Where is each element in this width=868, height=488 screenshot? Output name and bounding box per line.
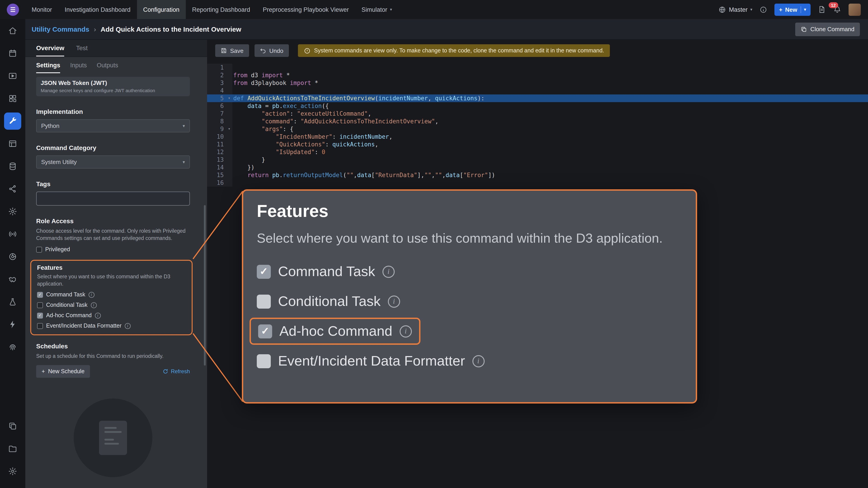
refresh-link[interactable]: Refresh xyxy=(162,368,190,375)
info-icon[interactable]: i xyxy=(472,355,485,367)
info-icon[interactable]: i xyxy=(125,323,131,329)
feature-option-command-task[interactable]: ✓Command Taski xyxy=(257,257,682,287)
checkbox[interactable] xyxy=(37,323,43,329)
popup-description: Select where you want to use this comman… xyxy=(257,230,682,247)
code-line[interactable]: 15 return pb.returnOutputModel("",data["… xyxy=(207,171,868,179)
checkbox[interactable]: ✓ xyxy=(257,265,271,279)
triggers-bolt-icon[interactable] xyxy=(4,316,21,333)
code-lines[interactable]: 12from d3 import *3from d3playbook impor… xyxy=(207,61,868,187)
checkbox[interactable] xyxy=(257,354,271,368)
code-line[interactable]: 11 "QuickActions": quickActions, xyxy=(207,140,868,148)
automation-gear-icon[interactable] xyxy=(4,203,21,220)
breadcrumb-parent-link[interactable]: Utility Commands xyxy=(32,25,89,33)
checkbox[interactable]: ✓ xyxy=(258,324,272,338)
code-line[interactable]: 6 data = pb.exec_action({ xyxy=(207,102,868,110)
signal-icon[interactable] xyxy=(4,225,21,242)
code-line[interactable]: 10 "IncidentNumber": incidentNumber, xyxy=(207,133,868,140)
integrations-icon[interactable] xyxy=(4,90,21,107)
d3-logo-icon[interactable]: ☰ xyxy=(7,3,19,15)
line-number: 5 xyxy=(207,94,226,102)
feature-option-event-incident-data-formatter[interactable]: Event/Incident Data Formatteri xyxy=(257,346,682,376)
calendar-icon[interactable] xyxy=(4,45,21,62)
feature-option-event-incident-data-formatter[interactable]: Event/Incident Data Formatteri xyxy=(37,323,186,329)
feature-option-conditional-task[interactable]: Conditional Taski xyxy=(37,302,186,308)
code-line[interactable]: 2from d3 import * xyxy=(207,71,868,79)
command-category-select[interactable]: System Utility ▾ xyxy=(36,156,190,168)
fold-arrow-icon[interactable]: ▾ xyxy=(226,125,232,133)
new-schedule-button[interactable]: + New Schedule xyxy=(36,365,90,378)
utility-commands-icon[interactable] xyxy=(4,112,21,130)
code-line[interactable]: 8 "command": "AddQuickActionsToTheIncide… xyxy=(207,118,868,125)
apps-window-icon[interactable] xyxy=(4,135,21,152)
code-line[interactable]: 7 "action": "executeUtilCommand", xyxy=(207,110,868,118)
tab-test[interactable]: Test xyxy=(76,44,88,57)
info-icon[interactable]: i xyxy=(88,292,94,297)
info-icon[interactable]: i xyxy=(91,302,96,308)
notification-bell-icon[interactable]: 12 xyxy=(833,5,841,13)
checkbox[interactable]: ✓ xyxy=(37,313,43,318)
nav-item-reporting-dashboard[interactable]: Reporting Dashboard xyxy=(186,0,256,19)
connections-icon[interactable] xyxy=(4,180,21,197)
code-line[interactable]: 16 xyxy=(207,179,868,187)
feature-option-conditional-task[interactable]: Conditional Taski xyxy=(257,287,682,316)
new-button[interactable]: + New ▾ xyxy=(774,3,811,15)
settings-gear-icon[interactable] xyxy=(4,463,21,480)
jwt-card[interactable]: JSON Web Token (JWT) Manage secret keys … xyxy=(36,77,190,96)
info-icon[interactable]: i xyxy=(388,295,400,307)
fold-arrow-icon[interactable]: ▾ xyxy=(226,94,232,102)
database-icon[interactable] xyxy=(4,158,21,175)
handshake-icon[interactable] xyxy=(4,271,21,288)
code-line[interactable]: 4 xyxy=(207,87,868,94)
folder-icon[interactable] xyxy=(4,440,21,457)
feature-option-ad-hoc-command[interactable]: ✓Ad-hoc Commandi xyxy=(250,318,421,345)
clone-command-button[interactable]: Clone Command xyxy=(796,22,860,36)
code-line[interactable]: 13 } xyxy=(207,156,868,164)
checkbox[interactable]: ✓ xyxy=(37,292,43,297)
code-line[interactable]: 9▾ "args": { xyxy=(207,125,868,133)
nav-right-cluster: Master ▾ + New ▾ 12 xyxy=(719,3,868,15)
privileged-checkbox[interactable] xyxy=(36,247,42,252)
checkbox[interactable] xyxy=(37,302,43,308)
code-line[interactable]: 12 "IsUpdated": 0 xyxy=(207,148,868,156)
tab-settings[interactable]: Settings xyxy=(36,62,60,73)
checkbox[interactable] xyxy=(257,294,271,308)
nav-item-simulator[interactable]: Simulator▾ xyxy=(355,0,398,19)
lab-flask-icon[interactable] xyxy=(4,293,21,311)
undo-button[interactable]: Undo xyxy=(254,44,289,57)
implementation-select[interactable]: Python ▾ xyxy=(36,119,190,132)
tags-input[interactable] xyxy=(36,192,190,205)
command-category-label: Command Category xyxy=(36,144,190,151)
copy-windows-icon[interactable] xyxy=(4,418,21,435)
fold-gutter xyxy=(226,179,232,187)
document-icon[interactable] xyxy=(818,5,826,13)
tab-overview[interactable]: Overview xyxy=(36,44,64,57)
info-icon[interactable]: i xyxy=(95,313,101,318)
avatar[interactable] xyxy=(848,3,861,15)
tab-inputs[interactable]: Inputs xyxy=(70,62,87,73)
code-line[interactable]: 14 }) xyxy=(207,164,868,171)
nav-item-configuration[interactable]: Configuration xyxy=(137,0,186,19)
info-icon[interactable] xyxy=(760,6,767,13)
panel-scrollbar[interactable] xyxy=(204,205,206,365)
code-line[interactable]: 5▾def AddQuickActionsToTheIncidentOvervi… xyxy=(207,94,868,102)
tab-outputs[interactable]: Outputs xyxy=(97,62,118,73)
code-line[interactable]: 3from d3playbook import * xyxy=(207,79,868,87)
privileged-option[interactable]: Privileged xyxy=(36,246,190,253)
reports-donut-icon[interactable] xyxy=(4,248,21,265)
fingerprint-icon[interactable] xyxy=(4,338,21,356)
feature-option-ad-hoc-command[interactable]: ✓Ad-hoc Commandi xyxy=(37,312,186,319)
nav-item-preprocessing-playbook-viewer[interactable]: Preprocessing Playbook Viewer xyxy=(256,0,355,19)
jwt-card-title: JSON Web Token (JWT) xyxy=(41,79,185,86)
info-icon[interactable]: i xyxy=(400,325,412,337)
nav-item-monitor[interactable]: Monitor xyxy=(25,0,58,19)
feature-option-command-task[interactable]: ✓Command Taski xyxy=(37,291,186,298)
code-line[interactable]: 1 xyxy=(207,64,868,71)
environment-selector[interactable]: Master ▾ xyxy=(719,6,752,13)
home-icon[interactable] xyxy=(4,22,21,39)
warning-info-icon xyxy=(304,47,310,54)
app-window: ☰ MonitorInvestigation DashboardConfigur… xyxy=(0,0,868,488)
nav-item-investigation-dashboard[interactable]: Investigation Dashboard xyxy=(58,0,137,19)
playbook-icon[interactable] xyxy=(4,67,21,85)
save-button[interactable]: Save xyxy=(215,44,249,57)
info-icon[interactable]: i xyxy=(382,265,395,278)
